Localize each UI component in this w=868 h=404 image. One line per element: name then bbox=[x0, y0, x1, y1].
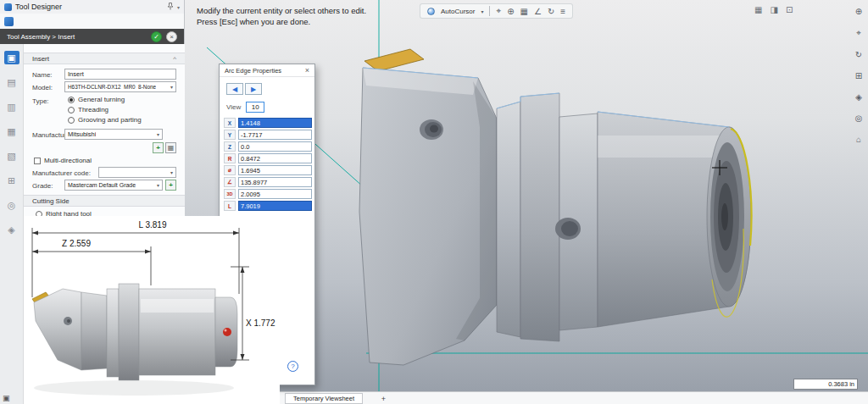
section-header-insert[interactable]: Insert ^ bbox=[24, 53, 185, 64]
add-viewsheet-button[interactable]: + bbox=[378, 393, 389, 404]
field-angle: ∠ 135.8977 bbox=[220, 176, 316, 188]
manufacturer-code-select[interactable]: ▾ bbox=[98, 167, 176, 178]
select-icon[interactable]: ⊕ bbox=[855, 7, 862, 16]
assembly-doc-icon[interactable] bbox=[4, 17, 14, 26]
property-fields: X 1.4148 Y -1.7717 Z 0.0 R 0.8472 ⌀ 1.69… bbox=[220, 117, 316, 212]
angle-value-field[interactable]: 135.8977 bbox=[238, 177, 312, 187]
3d-length-value-field[interactable]: 2.0095 bbox=[238, 189, 312, 199]
previous-entity-button[interactable]: ◀ bbox=[226, 83, 243, 95]
field-x: X 1.4148 bbox=[220, 117, 316, 129]
grade-select[interactable]: Mastercam Default Grade ▾ bbox=[64, 180, 163, 191]
field-radius: R 0.8472 bbox=[220, 152, 316, 164]
radio-general-turning[interactable]: General turning bbox=[68, 96, 125, 103]
tab-temporary-viewsheet[interactable]: Temporary Viewsheet bbox=[285, 393, 363, 404]
levels-panel-icon[interactable]: ▧ bbox=[4, 149, 19, 163]
x-coordinate-icon: X bbox=[224, 118, 236, 128]
y-value-field[interactable]: -1.7717 bbox=[238, 130, 312, 140]
x-value-field[interactable]: 1.4148 bbox=[238, 118, 312, 128]
manufacturer-value: Mitsubishi bbox=[68, 130, 96, 138]
close-icon[interactable]: × bbox=[305, 66, 309, 75]
type-label: Type: bbox=[32, 97, 49, 105]
zoom-window-icon[interactable]: ⊞ bbox=[855, 71, 862, 80]
add-manufacturer-button[interactable]: + bbox=[153, 142, 164, 153]
app-window: Modify the current entity or select othe… bbox=[0, 0, 868, 404]
target-icon[interactable]: ⌖ bbox=[496, 6, 501, 16]
name-label: Name: bbox=[32, 71, 53, 79]
edit-manufacturer-button[interactable]: ▦ bbox=[165, 142, 176, 153]
tool-holder-model[interactable] bbox=[359, 49, 751, 365]
flange-ring-1 bbox=[497, 102, 520, 337]
settings-panel-icon[interactable]: ◎ bbox=[4, 198, 19, 212]
insert-panel-icon[interactable]: ▣ bbox=[4, 51, 19, 64]
model-select[interactable]: H63TH-DCLNR-DX12_MR0_8-None ▾ bbox=[64, 81, 176, 92]
menu-icon[interactable]: ≡ bbox=[560, 7, 565, 16]
checkbox-icon[interactable] bbox=[34, 158, 41, 164]
name-value: Insert bbox=[68, 70, 84, 78]
confirm-button[interactable]: ✓ bbox=[151, 31, 162, 42]
geometry-panel-icon[interactable]: ▦ bbox=[4, 125, 19, 138]
view-label: View bbox=[226, 103, 241, 111]
rotate-view-icon[interactable]: ↻ bbox=[855, 50, 862, 59]
split-view-icon[interactable]: ◨ bbox=[770, 5, 777, 14]
cancel-button[interactable]: × bbox=[166, 31, 177, 42]
home-view-icon[interactable]: ⌂ bbox=[856, 135, 861, 144]
radio-icon[interactable] bbox=[68, 117, 75, 124]
help-button[interactable]: ? bbox=[287, 361, 298, 372]
panel-icon-strip: ▣ ▤ ▥ ▦ ▧ ⊞ ◎ ◈ bbox=[0, 44, 24, 404]
autocursor-ball-icon[interactable] bbox=[427, 8, 435, 15]
holder-panel-icon[interactable]: ▤ bbox=[4, 75, 19, 89]
dialog-titlebar[interactable]: Arc Edge Properties × bbox=[220, 64, 314, 77]
orbit-icon[interactable]: ◎ bbox=[855, 113, 863, 123]
field-3d-length: 3D 2.0095 bbox=[220, 188, 316, 200]
chevron-down-icon[interactable]: ▾ bbox=[481, 8, 483, 14]
grid-view-icon[interactable]: ▦ bbox=[754, 5, 762, 14]
next-entity-button[interactable]: ▶ bbox=[245, 83, 262, 95]
tool-dimension-inset: L 3.819 Z 2.559 X 1.772 bbox=[24, 216, 280, 404]
display-panel-icon[interactable]: ⊞ bbox=[4, 174, 19, 187]
field-diameter: ⌀ 1.6945 bbox=[220, 164, 316, 176]
diameter-value-field[interactable]: 1.6945 bbox=[238, 165, 312, 175]
manufacturer-select[interactable]: Mitsubishi ▾ bbox=[64, 129, 163, 140]
cutting-side-label: Cutting Side bbox=[32, 197, 70, 205]
autocursor-target-icon[interactable]: ⌖ bbox=[856, 28, 861, 38]
autocursor-label[interactable]: AutoCursor bbox=[441, 8, 475, 15]
radio-grooving-parting[interactable]: Grooving and parting bbox=[68, 116, 142, 124]
collapse-icon[interactable]: ^ bbox=[173, 55, 176, 63]
assembly-panel-icon[interactable]: ▥ bbox=[4, 100, 19, 113]
info-panel-icon[interactable]: ◈ bbox=[4, 223, 19, 236]
toolbar-separator bbox=[489, 6, 490, 16]
view-number-field[interactable]: 10 bbox=[246, 102, 264, 113]
tool-designer-icon bbox=[4, 3, 12, 11]
flange-ring-2 bbox=[520, 93, 559, 341]
radio-icon[interactable] bbox=[68, 97, 75, 103]
section-header-cutting-side[interactable]: Cutting Side bbox=[24, 195, 185, 207]
radius-icon: R bbox=[224, 153, 236, 163]
right-view-toolbar: ⊕ ⌖ ↻ ⊞ ◈ ◎ ⌂ bbox=[851, 7, 866, 144]
gnomon-icon[interactable]: ◈ bbox=[855, 92, 862, 102]
prompt-message: Modify the current entity or select othe… bbox=[197, 5, 366, 27]
toolpaths-tab-icon[interactable]: ▣ bbox=[3, 394, 10, 402]
radius-value-field[interactable]: 0.8472 bbox=[238, 153, 312, 163]
panel-titlebar: Tool Designer ▾ bbox=[0, 0, 184, 14]
grade-label: Grade: bbox=[32, 182, 53, 190]
multi-directional-checkbox[interactable]: Multi-directional bbox=[34, 157, 92, 164]
panel-chevron-icon[interactable]: ▾ bbox=[177, 4, 180, 10]
grid-icon[interactable]: ▦ bbox=[520, 7, 528, 16]
insert-tip[interactable] bbox=[364, 49, 424, 71]
add-grade-button[interactable]: + bbox=[165, 180, 176, 191]
tool-dimension-drawing: L 3.819 Z 2.559 X 1.772 bbox=[24, 216, 280, 404]
radio-icon[interactable] bbox=[68, 107, 75, 113]
dim-z-label: Z 2.559 bbox=[62, 239, 91, 248]
plus-icon[interactable]: ⊕ bbox=[507, 7, 514, 16]
radio-threading[interactable]: Threading bbox=[68, 106, 108, 113]
boxed-view-icon[interactable]: ⊡ bbox=[786, 5, 793, 14]
name-input[interactable]: Insert bbox=[64, 69, 176, 80]
length-value-field[interactable]: 7.9019 bbox=[238, 201, 312, 211]
breadcrumb: Tool Assembly > Insert ✓ × bbox=[0, 29, 184, 44]
dialog-title: Arc Edge Properties bbox=[225, 67, 281, 75]
prompt-line-2: Press [Esc] when you are done. bbox=[197, 16, 366, 27]
pin-icon[interactable] bbox=[167, 3, 174, 12]
z-value-field[interactable]: 0.0 bbox=[238, 141, 312, 152]
refresh-icon[interactable]: ↻ bbox=[548, 7, 554, 16]
angle-icon[interactable]: ∠ bbox=[534, 7, 542, 16]
